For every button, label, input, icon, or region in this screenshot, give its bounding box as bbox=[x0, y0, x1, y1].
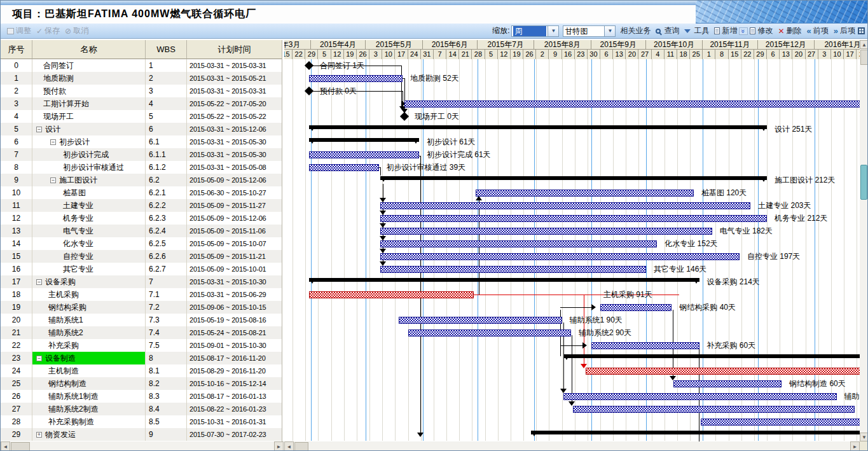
table-row[interactable]: 9−施工图设计6.22015-05-09 ~ 2015-12-06 bbox=[1, 174, 282, 186]
tree-toggle-icon[interactable]: − bbox=[50, 177, 56, 183]
table-row[interactable]: 25钢结构制造8.22015-10-16 ~ 2015-12-14 bbox=[1, 377, 282, 390]
gantt-summary-bar[interactable] bbox=[531, 431, 860, 434]
table-row[interactable]: 1地质勘测22015-03-31 ~ 2015-05-21 bbox=[1, 72, 282, 85]
gantt-bar[interactable] bbox=[404, 101, 860, 108]
scroll-left-button[interactable]: ◄ bbox=[284, 441, 294, 451]
table-row[interactable]: 8初步设计审核通过6.1.22015-03-31 ~ 2015-05-08 bbox=[1, 161, 282, 174]
table-row[interactable]: 19钢结构采购7.22015-09-06 ~ 2015-10-15 bbox=[1, 301, 282, 314]
table-row[interactable]: 15自控专业6.2.62015-05-09 ~ 2015-11-21 bbox=[1, 250, 282, 263]
week-header-cell: 21 bbox=[459, 50, 472, 59]
table-row[interactable]: 29+物资发运92015-07-30 ~ 2017-02-23 bbox=[1, 428, 282, 441]
prev-item-button[interactable]: « 前项 bbox=[804, 25, 831, 38]
gantt-bar[interactable] bbox=[380, 253, 739, 260]
week-header-cell: 23 bbox=[575, 50, 588, 59]
zoom-select[interactable]: 周 ▼ bbox=[511, 25, 559, 37]
add-button[interactable]: 新增 bbox=[712, 25, 740, 38]
gantt-summary-bar[interactable] bbox=[563, 354, 860, 358]
table-row[interactable]: 12机务专业6.2.32015-05-09 ~ 2015-12-06 bbox=[1, 212, 282, 225]
gantt-link-arrow bbox=[560, 389, 567, 393]
table-row[interactable]: 14化水专业6.2.52015-05-09 ~ 2015-10-07 bbox=[1, 237, 282, 250]
gantt-bar[interactable] bbox=[380, 228, 712, 235]
gantt-bar[interactable] bbox=[309, 164, 378, 171]
delete-button[interactable]: ✕ 删除 bbox=[775, 25, 804, 38]
gantt-horizontal-scrollbar[interactable]: ◄ ► bbox=[284, 441, 860, 451]
table-horizontal-scrollbar[interactable]: ◄ ► bbox=[1, 441, 284, 451]
gantt-bar[interactable] bbox=[476, 190, 694, 197]
table-row[interactable]: 27辅助系统2制造8.42015-08-22 ~ 2016-01-23 bbox=[1, 403, 282, 415]
table-row[interactable]: 11土建专业6.2.22015-05-09 ~ 2015-11-27 bbox=[1, 199, 282, 212]
gantt-scroll-thumb[interactable] bbox=[294, 442, 308, 451]
chevron-down-icon[interactable]: ▼ bbox=[548, 25, 559, 37]
gantt-bar[interactable] bbox=[380, 240, 657, 247]
table-row[interactable]: 23−设备制造82015-08-17 ~ 2016-11-20 bbox=[1, 352, 282, 364]
scroll-right-button[interactable]: ► bbox=[274, 441, 284, 451]
row-plan-cell: 2015-05-09 ~ 2015-10-01 bbox=[187, 263, 282, 275]
table-scroll-thumb[interactable] bbox=[11, 442, 30, 451]
scroll-left-button[interactable]: ◄ bbox=[1, 441, 10, 451]
table-row[interactable]: 22补充采购7.52015-09-01 ~ 2015-10-30 bbox=[1, 339, 282, 352]
gantt-summary-bar[interactable] bbox=[309, 125, 767, 129]
month-line bbox=[591, 59, 592, 441]
related-business-button[interactable]: 相关业务 bbox=[617, 25, 653, 38]
gantt-bar[interactable] bbox=[591, 342, 699, 349]
gantt-bar[interactable] bbox=[600, 304, 672, 311]
modify-button[interactable]: 修改 bbox=[747, 25, 775, 38]
gantt-bar[interactable] bbox=[586, 368, 860, 375]
gantt-bar[interactable] bbox=[309, 75, 403, 82]
view-select[interactable]: 甘特图 ▼ bbox=[563, 25, 616, 37]
table-row[interactable]: 4现场开工52015-05-22 ~ 2015-05-22 bbox=[1, 110, 282, 123]
save-button[interactable]: ✓ 保存 bbox=[34, 25, 62, 38]
table-row[interactable]: 28补充采购制造8.52015-10-31 ~ 2016-01-31 bbox=[1, 415, 282, 428]
row-wbs-cell: 6.2.6 bbox=[146, 250, 187, 263]
table-row[interactable]: 3工期计算开始42015-05-22 ~ 2017-05-20 bbox=[1, 97, 282, 110]
table-row[interactable]: 17−设备采购72015-03-31 ~ 2015-10-30 bbox=[1, 275, 282, 288]
gantt-summary-bar[interactable] bbox=[309, 278, 699, 282]
table-row[interactable]: 24主机制造8.12015-08-29 ~ 2016-11-20 bbox=[1, 364, 282, 377]
query-button[interactable]: 查询 bbox=[653, 25, 682, 38]
table-row[interactable]: 0合同签订12015-03-31 ~ 2015-03-31 bbox=[1, 59, 282, 72]
table-row[interactable]: 16其它专业6.2.72015-05-09 ~ 2015-10-01 bbox=[1, 263, 282, 275]
gantt-bar[interactable] bbox=[573, 406, 855, 413]
cancel-button[interactable]: ⊘ 取消 bbox=[62, 25, 91, 38]
grid-view-button[interactable] bbox=[858, 27, 865, 34]
vertical-scroll-thumb[interactable] bbox=[860, 50, 868, 65]
tree-toggle-icon[interactable]: − bbox=[36, 279, 42, 285]
table-row[interactable]: 6−初步设计6.12015-03-31 ~ 2015-05-30 bbox=[1, 135, 282, 148]
chevron-toggle-icon[interactable]: » bbox=[739, 27, 748, 35]
gantt-bar[interactable] bbox=[380, 202, 750, 209]
tree-toggle-icon[interactable]: − bbox=[50, 139, 56, 145]
table-row[interactable]: 13电气专业6.2.42015-05-09 ~ 2015-11-06 bbox=[1, 225, 282, 237]
gantt-bar[interactable] bbox=[399, 317, 561, 324]
gantt-bar[interactable] bbox=[309, 291, 474, 298]
row-index-cell: 15 bbox=[1, 250, 32, 263]
adjust-button[interactable]: 调整 bbox=[4, 25, 34, 38]
table-row[interactable]: 2预付款32015-03-31 ~ 2015-03-31 bbox=[1, 85, 282, 97]
scroll-up-button[interactable]: ▲ bbox=[860, 40, 868, 49]
gantt-bar[interactable] bbox=[380, 266, 646, 273]
table-row[interactable]: 20辅助系统17.32015-05-19 ~ 2015-08-16 bbox=[1, 314, 282, 326]
scroll-right-button[interactable]: ► bbox=[850, 441, 860, 451]
tree-toggle-icon[interactable]: − bbox=[36, 127, 42, 132]
tree-toggle-icon[interactable]: − bbox=[36, 356, 42, 361]
gantt-summary-bar[interactable] bbox=[380, 176, 767, 180]
gantt-bar[interactable] bbox=[701, 419, 860, 426]
gantt-bar[interactable] bbox=[673, 380, 782, 387]
gantt-bar[interactable] bbox=[309, 151, 419, 158]
gantt-summary-bar[interactable] bbox=[309, 138, 419, 142]
tools-button[interactable]: 工具 bbox=[682, 25, 712, 38]
table-row[interactable]: 7初步设计完成6.1.12015-03-31 ~ 2015-05-30 bbox=[1, 148, 282, 161]
gantt-bar[interactable] bbox=[563, 393, 836, 400]
row-wbs-cell: 7.2 bbox=[146, 301, 187, 314]
gantt-bar[interactable] bbox=[408, 330, 571, 337]
next-item-button[interactable]: » 后项 bbox=[831, 25, 858, 38]
table-row[interactable]: 26辅助系统1制造8.32015-08-17 ~ 2016-01-13 bbox=[1, 390, 282, 403]
table-row[interactable]: 10桩基图6.2.12015-06-30 ~ 2015-10-27 bbox=[1, 186, 282, 199]
tree-toggle-icon[interactable]: + bbox=[36, 432, 42, 438]
scroll-down-button[interactable]: ▼ bbox=[860, 433, 868, 441]
table-row[interactable]: 21辅助系统27.42015-05-24 ~ 2015-08-21 bbox=[1, 326, 282, 339]
table-row[interactable]: 18主机采购7.12015-03-31 ~ 2015-06-29 bbox=[1, 288, 282, 301]
gantt-bar[interactable] bbox=[380, 215, 767, 222]
vertical-scrollbar[interactable]: ▲ ▼ bbox=[860, 40, 868, 441]
chevron-down-icon[interactable]: ▼ bbox=[605, 25, 616, 37]
table-row[interactable]: 5−设计62015-03-31 ~ 2015-12-06 bbox=[1, 123, 282, 135]
